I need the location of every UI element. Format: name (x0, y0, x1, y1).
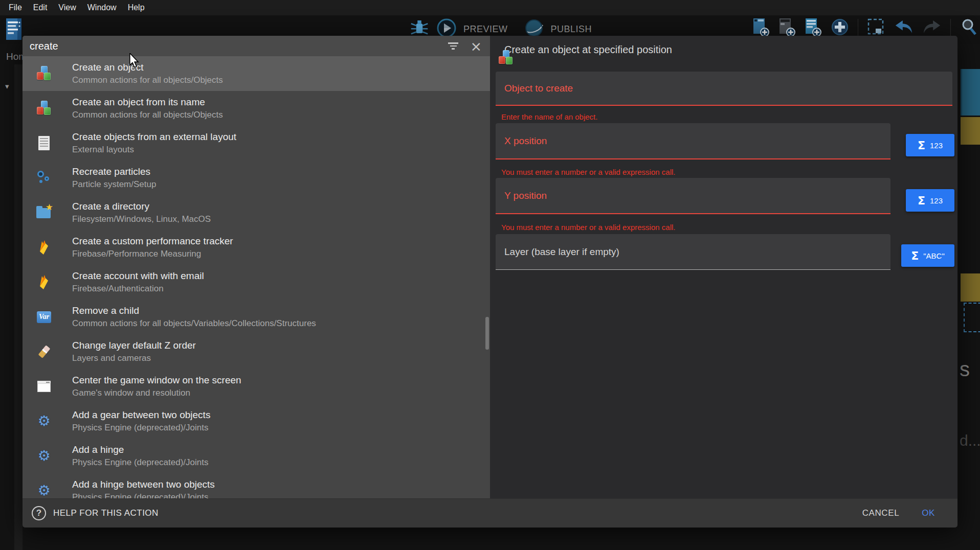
chevron-down-icon[interactable]: ▾ (5, 82, 9, 91)
action-subtitle: Filesystem/Windows, Linux, MacOS (72, 213, 211, 225)
action-subtitle: Game's window and resolution (72, 387, 241, 399)
add-circle-icon[interactable] (831, 18, 849, 38)
physics-gear-icon: ⚙ (36, 413, 52, 429)
sigma-icon: Σ (911, 249, 919, 262)
action-subtitle: Layers and cameras (72, 352, 196, 364)
action-title: Create a custom performance tracker (72, 235, 233, 248)
action-title: Center the game window on the screen (72, 374, 241, 387)
cancel-button[interactable]: CANCEL (862, 508, 900, 518)
redo-icon[interactable] (922, 20, 942, 36)
action-list-item[interactable]: Recreate particlesParticle system/Setup (23, 161, 490, 195)
action-subtitle: Common actions for all objects/Objects (72, 74, 223, 86)
action-list-item[interactable]: ★ Create a directoryFilesystem/Windows, … (23, 195, 490, 230)
object-to-create-field[interactable]: Object to create (496, 72, 952, 106)
action-subtitle: Common actions for all objects/Variables… (72, 317, 316, 330)
action-subtitle: Physics Engine (deprecated)/Joints (72, 491, 215, 498)
scene-object-fragment-gold (961, 273, 980, 302)
dialog-footer: ? HELP FOR THIS ACTION CANCEL OK (23, 498, 957, 528)
toolbar-separator (950, 19, 951, 37)
list-scrollbar-thumb[interactable] (485, 317, 489, 350)
variable-badge-icon: Var (36, 309, 52, 325)
action-list-item[interactable]: ⚙ Add a gear between two objectsPhysics … (23, 404, 490, 439)
action-subtitle: Physics Engine (deprecated)/Joints (72, 422, 210, 434)
detail-title: Create an object at specified position (504, 44, 672, 56)
action-title: Add a gear between two objects (72, 408, 210, 422)
objects-cubes-icon (36, 65, 52, 82)
background-panel-edge (14, 64, 23, 550)
y-expression-builder-button[interactable]: Σ 123 (906, 189, 954, 212)
menu-file[interactable]: File (3, 0, 28, 15)
action-subtitle: External layouts (72, 144, 236, 156)
action-results-list: Create an objectCommon actions for all o… (23, 56, 490, 498)
window-frame-icon (36, 378, 52, 395)
x-position-field[interactable]: X position (496, 123, 890, 159)
action-subtitle: Firebase/Authentication (72, 283, 204, 295)
menu-window[interactable]: Window (82, 0, 122, 15)
choose-action-dialog: create × Create an objectCommon actions … (23, 36, 957, 528)
search-icon[interactable] (960, 17, 978, 39)
physics-gear-icon: ⚙ (36, 483, 52, 498)
menu-help[interactable]: Help (122, 0, 150, 15)
menu-view[interactable]: View (53, 0, 81, 15)
x-expression-builder-button[interactable]: Σ 123 (906, 134, 954, 156)
undo-icon[interactable] (894, 20, 914, 36)
app-window: File Edit View Window Help PREVIEW PUBLI… (0, 0, 980, 550)
sigma-icon: Σ (918, 139, 925, 152)
scene-object-fragment-gold (961, 117, 980, 145)
action-list-item[interactable]: Create account with with emailFirebase/A… (23, 265, 490, 300)
scene-selection-fragment (964, 303, 980, 332)
physics-gear-icon: ⚙ (36, 448, 52, 464)
preview-button[interactable]: PREVIEW (463, 24, 508, 35)
action-list-item[interactable]: Create a custom performance trackerFireb… (23, 230, 490, 265)
publish-button[interactable]: PUBLISH (551, 24, 592, 35)
field-label: Layer (base layer if empty) (504, 246, 619, 258)
field-label: Y position (504, 190, 547, 201)
field-error: Enter the name of an object. (501, 112, 597, 121)
ok-button[interactable]: OK (922, 508, 935, 518)
action-search-panel: create × Create an objectCommon actions … (23, 36, 490, 498)
action-title: Remove a child (72, 304, 316, 317)
action-list-item[interactable]: Create an objectCommon actions for all o… (23, 56, 490, 91)
help-for-action-button[interactable]: ? HELP FOR THIS ACTION (32, 506, 159, 520)
action-title: Create a directory (72, 200, 211, 213)
action-title: Create objects from an external layout (72, 130, 236, 144)
search-bar: create × (23, 36, 490, 56)
filter-icon[interactable] (448, 42, 459, 50)
action-list-item[interactable]: Create objects from an external layoutEx… (23, 126, 490, 161)
action-subtitle: Firebase/Performance Measuring (72, 248, 233, 260)
action-list-item[interactable]: ⚙ Add a hingePhysics Engine (deprecated)… (23, 439, 490, 473)
particles-icon (36, 170, 52, 186)
close-icon[interactable]: × (470, 39, 482, 53)
field-error: You must enter a number or a valid expre… (501, 223, 675, 232)
background-cut-text: s (960, 358, 970, 381)
action-subtitle: Common actions for all objects/Objects (72, 109, 223, 121)
folder-star-icon: ★ (36, 204, 52, 221)
action-title: Add a hinge between two objects (72, 478, 215, 491)
menu-edit[interactable]: Edit (28, 0, 53, 15)
action-list-item[interactable]: Change layer default Z orderLayers and c… (23, 334, 490, 369)
layer-expression-builder-button[interactable]: Σ "ABC" (901, 244, 954, 267)
toolbar-separator (858, 19, 858, 37)
field-label: X position (504, 135, 547, 147)
action-list-item[interactable]: Center the game window on the screenGame… (23, 369, 490, 404)
firebase-flame-icon (36, 274, 52, 290)
sigma-icon: Σ (918, 194, 925, 207)
action-title: Add a hinge (72, 443, 208, 456)
help-icon: ? (32, 506, 46, 520)
action-title: Change layer default Z order (72, 339, 196, 352)
action-list-item[interactable]: Create an object from its nameCommon act… (23, 91, 490, 126)
extract-events-icon[interactable] (867, 18, 885, 38)
background-cut-text: d... (960, 432, 980, 449)
action-list-item[interactable]: Var Remove a childCommon actions for all… (23, 300, 490, 334)
action-title: Create an object from its name (72, 96, 223, 109)
search-input[interactable]: create (23, 40, 448, 52)
field-label: Object to create (504, 83, 573, 94)
action-title: Create an object (72, 61, 223, 74)
y-position-field[interactable]: Y position (496, 178, 890, 214)
layer-field[interactable]: Layer (base layer if empty) (496, 234, 890, 270)
action-list-item[interactable]: ⚙ Add a hinge between two objectsPhysics… (23, 473, 490, 498)
project-manager-icon[interactable] (4, 17, 25, 44)
field-error: You must enter a number or a valid expre… (501, 168, 675, 176)
external-layout-document-icon (36, 135, 52, 151)
objects-cubes-icon (36, 100, 52, 117)
